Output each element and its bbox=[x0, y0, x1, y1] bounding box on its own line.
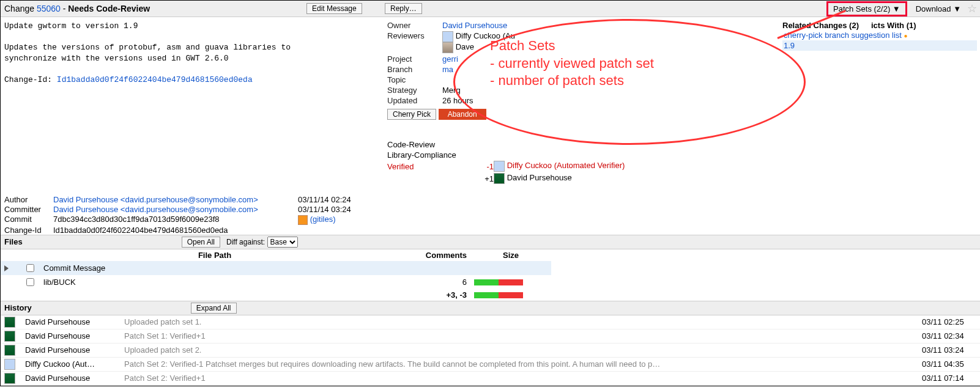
strategy-label: Strategy bbox=[387, 86, 442, 95]
files-table: File Path Comments Size Commit Message l… bbox=[1, 249, 551, 301]
library-compliance-label: Library-Compliance bbox=[387, 150, 473, 160]
review-labels: Code-Review Library-Compliance Verified … bbox=[387, 139, 779, 185]
commit-label: Commit bbox=[4, 215, 53, 225]
diff-size-bar bbox=[474, 279, 523, 285]
related-change-link[interactable]: cherry-pick branch suggestion list bbox=[784, 31, 902, 40]
branch-label: Branch bbox=[387, 65, 442, 74]
history-row[interactable]: David PursehousePatch Set 2: Verified+10… bbox=[1, 371, 980, 385]
history-author: Diffy Cuckoo (Aut… bbox=[21, 357, 121, 371]
history-message: Uploaded patch set 1. bbox=[121, 315, 918, 329]
history-date: 03/11 04:35 bbox=[918, 357, 980, 371]
file-checkbox[interactable] bbox=[26, 278, 34, 286]
commit-meta: Author David Pursehouse <david.pursehous… bbox=[4, 195, 384, 235]
updated-label: Updated bbox=[387, 96, 442, 105]
avatar-icon bbox=[442, 31, 453, 42]
history-date: 03/11 07:14 bbox=[918, 371, 980, 385]
reviewers-label: Reviewers bbox=[387, 31, 442, 53]
author-date: 03/11/14 02:24 bbox=[298, 195, 371, 204]
history-row[interactable]: David PursehousePatch Set 1: Verified+10… bbox=[1, 329, 980, 343]
related-changes-tab[interactable]: Related Changes (2) bbox=[782, 21, 859, 30]
author-label: Author bbox=[4, 195, 53, 204]
history-table: David PursehouseUploaded patch set 1.03/… bbox=[1, 315, 980, 386]
file-checkbox[interactable] bbox=[26, 264, 34, 272]
verified-label: Verified bbox=[387, 162, 473, 171]
status-dot-icon: ● bbox=[904, 32, 908, 39]
history-row[interactable]: Diffy Cuckoo (Aut…Patch Set 2: Verified-… bbox=[1, 357, 980, 371]
file-path-header: File Path bbox=[40, 249, 390, 261]
code-review-label: Code-Review bbox=[387, 140, 473, 149]
history-section-header: History Expand All bbox=[1, 301, 980, 315]
annotation-text: Patch Sets - currently viewed patch set … bbox=[490, 37, 654, 90]
avatar-icon bbox=[4, 331, 15, 342]
score-neg1: -1 bbox=[473, 162, 494, 171]
verifier-name[interactable]: David Pursehouse bbox=[507, 173, 572, 182]
avatar-icon bbox=[494, 161, 505, 172]
history-author: David Pursehouse bbox=[21, 329, 121, 343]
reply-button[interactable]: Reply… bbox=[385, 3, 422, 14]
star-icon[interactable]: ☆ bbox=[967, 2, 977, 15]
related-column: Related Changes (2) icts With (1) cherry… bbox=[779, 17, 980, 51]
history-date: 03/11 02:34 bbox=[918, 329, 980, 343]
size-header: Size bbox=[470, 249, 551, 261]
avatar-icon bbox=[4, 373, 15, 384]
history-message: Uploaded patch set 2. bbox=[121, 343, 918, 357]
change-id-link[interactable]: Id1badda0d0f24f6022404be479d4681560ed0ed… bbox=[57, 75, 253, 84]
cherry-pick-button[interactable]: Cherry Pick bbox=[387, 109, 436, 120]
diff-against-label: Diff against: bbox=[226, 238, 265, 246]
file-link[interactable]: lib/BUCK bbox=[40, 275, 390, 289]
comments-header: Comments bbox=[390, 249, 470, 261]
history-author: David Pursehouse bbox=[21, 343, 121, 357]
diff-against-select[interactable]: Base bbox=[267, 237, 298, 248]
avatar-icon bbox=[4, 317, 15, 328]
edit-message-button[interactable]: Edit Message bbox=[306, 3, 362, 14]
commit-column: Update gwtorm to version 1.9 Updates the… bbox=[1, 17, 387, 235]
gitiles-link[interactable]: (gitiles) bbox=[310, 215, 336, 224]
change-label: Change 55060 - Needs Code-Review bbox=[4, 4, 150, 13]
commit-message: Update gwtorm to version 1.9 Updates the… bbox=[4, 21, 384, 85]
diff-totals: +3, -3 bbox=[390, 289, 470, 301]
change-number-link[interactable]: 55060 bbox=[37, 4, 61, 13]
avatar-icon bbox=[442, 42, 453, 53]
project-label: Project bbox=[387, 54, 442, 64]
files-title: Files bbox=[4, 237, 23, 246]
gitiles-icon[interactable] bbox=[298, 215, 308, 225]
verifier-name[interactable]: Diffy Cuckoo (Automated Verifier) bbox=[507, 161, 625, 170]
history-message: Patch Set 2: Verified-1 Patchset merges … bbox=[121, 357, 918, 371]
change-status: Needs Code-Review bbox=[68, 4, 150, 13]
author-link[interactable]: David Pursehouse <david.pursehouse@sonym… bbox=[53, 195, 298, 204]
avatar-icon bbox=[494, 173, 505, 184]
files-section-header: Files Open All Diff against: Base bbox=[1, 235, 980, 249]
committer-label: Committer bbox=[4, 205, 53, 214]
download-dropdown[interactable]: Download ▼ bbox=[916, 4, 961, 13]
avatar-icon bbox=[4, 359, 15, 370]
changeid-value: Id1badda0d0f24f6022404be479d4681560ed0ed… bbox=[53, 226, 298, 235]
history-row[interactable]: David PursehouseUploaded patch set 1.03/… bbox=[1, 315, 980, 329]
history-row[interactable]: David PursehouseUploaded patch set 2.03/… bbox=[1, 343, 980, 357]
history-date: 03/11 03:24 bbox=[918, 343, 980, 357]
topic-label: Topic bbox=[387, 75, 442, 84]
file-link[interactable]: Commit Message bbox=[40, 261, 390, 275]
committer-link[interactable]: David Pursehouse <david.pursehouse@sonym… bbox=[53, 205, 298, 214]
history-date: 03/11 02:25 bbox=[918, 315, 980, 329]
changeid-label: Change-Id bbox=[4, 226, 53, 235]
expand-icon[interactable] bbox=[4, 265, 9, 271]
history-author: David Pursehouse bbox=[21, 371, 121, 385]
history-title: History bbox=[4, 303, 32, 312]
diff-size-bar bbox=[474, 292, 523, 298]
committer-date: 03/11/14 03:24 bbox=[298, 205, 371, 214]
owner-label: Owner bbox=[387, 21, 442, 30]
comment-count: 6 bbox=[390, 275, 470, 289]
related-change-link[interactable]: 1.9 bbox=[784, 41, 795, 50]
change-prefix: Change bbox=[4, 4, 37, 13]
avatar-icon bbox=[4, 345, 15, 356]
commit-sha: 7dbc394cc3d80d30c1ff9da7013d59f6009e23f8 bbox=[53, 215, 220, 224]
history-message: Patch Set 1: Verified+1 bbox=[121, 329, 918, 343]
expand-all-button[interactable]: Expand All bbox=[191, 303, 237, 314]
open-all-button[interactable]: Open All bbox=[182, 237, 220, 248]
conflicts-with-tab[interactable]: icts With (1) bbox=[871, 21, 916, 30]
score-pos1: +1 bbox=[473, 174, 494, 183]
history-author: David Pursehouse bbox=[21, 315, 121, 329]
history-message: Patch Set 2: Verified+1 bbox=[121, 371, 918, 385]
reviewer-chip[interactable]: Dave bbox=[456, 42, 474, 51]
